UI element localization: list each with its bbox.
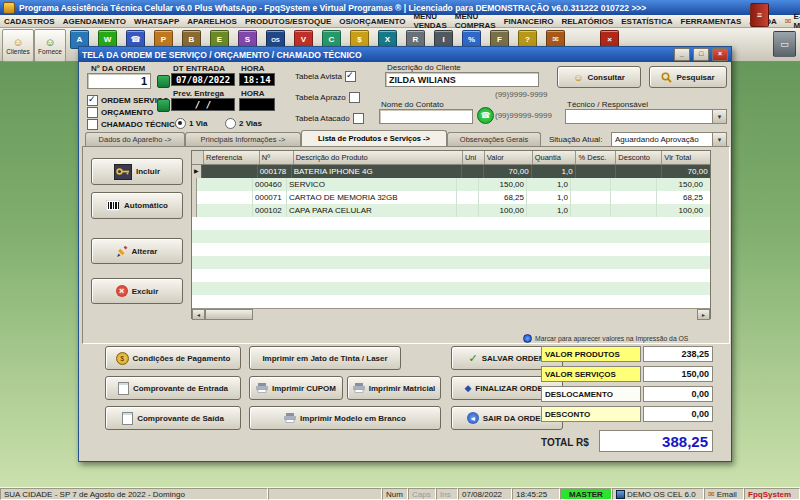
automatico-button[interactable]: Automático bbox=[91, 192, 183, 219]
tab-lista-produtos-servicos[interactable]: Lista de Produtos e Serviços -> bbox=[301, 130, 447, 146]
alterar-button[interactable]: Alterar bbox=[91, 238, 183, 264]
copier-icon[interactable]: ▭ bbox=[773, 31, 796, 57]
menu-estatistica[interactable]: ESTATÍSTICA bbox=[617, 15, 676, 28]
minimize-button[interactable]: _ bbox=[674, 48, 690, 61]
via1-radio[interactable]: 1 Via bbox=[175, 118, 208, 129]
comprovante-entrada-button[interactable]: Comprovante de Entrada bbox=[105, 376, 241, 400]
col-referencia[interactable]: Referencia bbox=[204, 151, 260, 164]
situacao-select[interactable]: Aguardando Aprovação bbox=[611, 132, 727, 147]
tab-dados-aparelho[interactable]: Dados do Aparelho -> bbox=[85, 132, 185, 146]
chevron-down-icon[interactable] bbox=[712, 110, 726, 123]
clientes-button[interactable]: ☺ Clientes bbox=[2, 29, 34, 62]
contato-input[interactable] bbox=[379, 109, 473, 124]
scroll-left-icon[interactable]: ◄ bbox=[192, 309, 205, 320]
print-values-note[interactable]: Marcar para aparecer valores na Impressã… bbox=[523, 334, 688, 343]
calendar-icon[interactable] bbox=[157, 75, 170, 88]
status-email[interactable]: ✉ Email bbox=[704, 488, 744, 500]
prev-hora-value bbox=[239, 98, 275, 111]
col-valor[interactable]: Valor bbox=[485, 151, 533, 164]
pesquisar-button[interactable]: Pesquisar bbox=[649, 66, 727, 88]
books-icon[interactable]: ≡ bbox=[750, 3, 769, 27]
col-desconto[interactable]: Desconto bbox=[616, 151, 662, 164]
menu-email[interactable]: ✉E-MAIL bbox=[781, 15, 800, 28]
menu-bar: CADASTROS AGENDAMENTO WHATSAPP APARELHOS… bbox=[0, 15, 800, 28]
close-button[interactable]: × bbox=[712, 48, 728, 61]
tabela-aprazo-checkbox[interactable]: Tabela Aprazo bbox=[295, 92, 360, 103]
prev-entrega-value: / / bbox=[171, 98, 235, 111]
phone1-value[interactable]: (99)9999-9999 bbox=[495, 90, 547, 99]
radio-icon bbox=[225, 118, 236, 129]
menu-compras[interactable]: MENU COMPRAS bbox=[451, 15, 500, 28]
incluir-button[interactable]: Incluir bbox=[91, 158, 183, 185]
orcamento-checkbox[interactable]: ORÇAMENTO bbox=[87, 107, 153, 118]
hora-value: 18:14 bbox=[239, 73, 275, 86]
checkbox-icon bbox=[87, 107, 98, 118]
calendar-icon[interactable] bbox=[157, 99, 170, 112]
menu-vendas[interactable]: MENU VENDAS bbox=[409, 15, 450, 28]
comprovante-saida-button[interactable]: Comprovante de Saída bbox=[105, 406, 241, 430]
col-uni[interactable]: Uni bbox=[463, 151, 485, 164]
tecnico-select[interactable] bbox=[565, 109, 727, 124]
flag-icon: ◆ bbox=[464, 383, 471, 393]
tab-principais-informacoes[interactable]: Principais Informações -> bbox=[185, 132, 301, 146]
table-row[interactable]: 000102 CAPA PARA CELULAR 100,00 1,0 100,… bbox=[192, 204, 710, 217]
menu-produtos-estoque[interactable]: PRODUTOS/ESTOQUE bbox=[241, 15, 335, 28]
chevron-down-icon[interactable] bbox=[712, 133, 726, 146]
consultar-button[interactable]: ☺ Consultar bbox=[557, 66, 641, 88]
imprimir-matricial-button[interactable]: Imprimir Matricial bbox=[347, 376, 441, 400]
order-number-input[interactable]: 1 bbox=[87, 73, 151, 89]
condicoes-pagamento-button[interactable]: $ Condições de Pagamento bbox=[105, 346, 241, 370]
menu-relatorios[interactable]: RELATÓRIOS bbox=[557, 15, 617, 28]
col-numero[interactable]: Nº bbox=[260, 151, 294, 164]
imprimir-cupom-button[interactable]: Imprimir CUPOM bbox=[249, 376, 343, 400]
menu-whatsapp[interactable]: WHATSAPP bbox=[130, 15, 183, 28]
tabela-avista-checkbox[interactable]: Tabela Avista bbox=[295, 71, 356, 82]
radio-selected-icon bbox=[523, 334, 532, 343]
dt-entrada-label: DT ENTRADA bbox=[173, 64, 225, 73]
printer-icon bbox=[256, 383, 268, 393]
excluir-button[interactable]: × Excluir bbox=[91, 278, 183, 304]
horizontal-scrollbar[interactable]: ◄ ► bbox=[192, 308, 710, 320]
prev-hora-label: HORA bbox=[241, 89, 265, 98]
window-body: Nº DA ORDEM 1 ORDEM SERVIÇO ORÇAMENTO CH… bbox=[79, 62, 731, 461]
whatsapp-phone-icon[interactable]: ☎ bbox=[477, 107, 494, 124]
col-pdesc[interactable]: % Desc. bbox=[576, 151, 616, 164]
scroll-thumb[interactable] bbox=[205, 309, 253, 320]
app-title-bar: Programa Assistência Técnica Celular v6.… bbox=[0, 0, 800, 15]
exit-arrow-icon: ◄ bbox=[467, 412, 479, 424]
products-table[interactable]: Referencia Nº Descrição do Produto Uni V… bbox=[191, 150, 711, 319]
imprimir-jato-button[interactable]: Imprimir em Jato de Tinta / Laser bbox=[249, 346, 401, 370]
dt-entrada-value: 07/08/2022 bbox=[171, 73, 235, 86]
col-quantia[interactable]: Quantia bbox=[533, 151, 577, 164]
checkbox-icon bbox=[349, 92, 360, 103]
imprimir-modelo-branco-button[interactable]: Imprimir Modelo em Branco bbox=[249, 406, 441, 430]
deslocamento-value: 0,00 bbox=[643, 386, 713, 402]
radio-selected-icon bbox=[175, 118, 186, 129]
chamado-tecnico-checkbox[interactable]: CHAMADO TÉCNICO bbox=[87, 119, 181, 130]
scroll-right-icon[interactable]: ► bbox=[697, 309, 710, 320]
tab-observacoes-gerais[interactable]: Observações Gerais bbox=[447, 132, 541, 146]
menu-cadastros[interactable]: CADASTROS bbox=[0, 15, 59, 28]
maximize-button[interactable]: □ bbox=[693, 48, 709, 61]
cliente-input[interactable]: ZILDA WILIANS bbox=[385, 72, 539, 87]
menu-financeiro[interactable]: FINANCEIRO bbox=[500, 15, 558, 28]
menu-os-orcamento[interactable]: OS/ORÇAMENTO bbox=[335, 15, 409, 28]
status-caps: Caps bbox=[408, 488, 436, 500]
situacao-label: Situação Atual: bbox=[549, 135, 602, 144]
tabela-atacado-checkbox[interactable]: Tabela Atacado bbox=[295, 113, 364, 124]
via2-radio[interactable]: 2 Vias bbox=[225, 118, 262, 129]
phone2-value[interactable]: (99)99999-9999 bbox=[495, 111, 552, 120]
menu-aparelhos[interactable]: APARELHOS bbox=[183, 15, 241, 28]
menu-agendamento[interactable]: AGENDAMENTO bbox=[59, 15, 130, 28]
contato-label: Nome do Contato bbox=[381, 100, 444, 109]
table-row[interactable]: ▶ 000178 BATERIA IPHONE 4G 70,00 1,0 70,… bbox=[192, 165, 710, 178]
fornecedores-button[interactable]: ☺ Fornece bbox=[34, 29, 66, 62]
checkbox-icon bbox=[87, 119, 98, 130]
col-descricao[interactable]: Descrição do Produto bbox=[294, 151, 463, 164]
coin-icon: $ bbox=[116, 352, 129, 365]
col-vlr-total[interactable]: Vlr Total bbox=[662, 151, 710, 164]
table-row[interactable]: 000460 SERVICO 150,00 1,0 150,00 bbox=[192, 178, 710, 191]
table-row[interactable]: 000071 CARTAO DE MEMORIA 32GB 68,25 1,0 … bbox=[192, 191, 710, 204]
valor-servicos-value: 150,00 bbox=[643, 366, 713, 382]
menu-ferramentas[interactable]: FERRAMENTAS bbox=[677, 15, 746, 28]
